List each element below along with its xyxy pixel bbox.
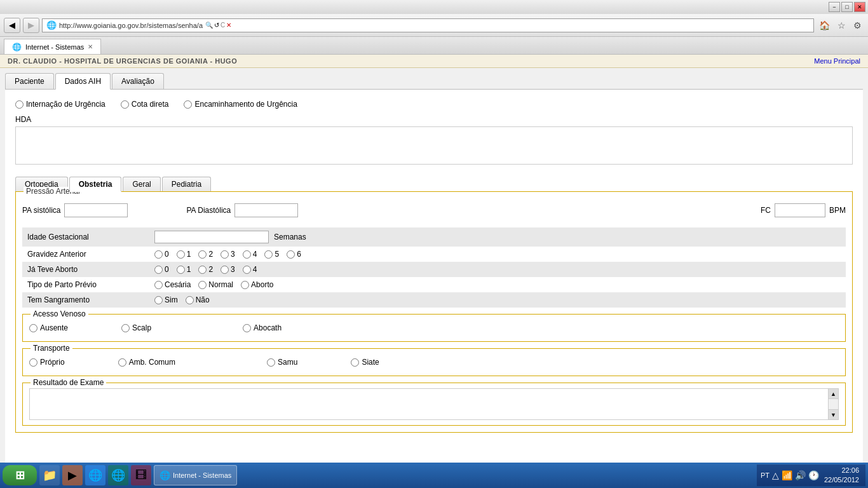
- acesso-ausente[interactable]: Ausente: [29, 323, 68, 332]
- content-area: DR. CLAUDIO - HOSPITAL DE URGENCIAS DE G…: [0, 55, 868, 463]
- taskbar-app-internet[interactable]: 🌐 Internet - Sistemas: [154, 465, 237, 485]
- back-button[interactable]: ◀: [4, 18, 20, 33]
- obstetria-form-table: Idade Gestacional Semanas Gravidez Anter…: [22, 227, 846, 308]
- pa-sistolica-label: PA sistólica: [22, 206, 60, 215]
- tipo-parto-options: Cesária Normal Aborto: [154, 280, 841, 289]
- tab-avaliacao[interactable]: Avaliação: [112, 73, 164, 89]
- transporte-siate[interactable]: Siate: [351, 358, 379, 367]
- acesso-abocath[interactable]: Abocath: [243, 323, 281, 332]
- gravidez-3[interactable]: 3: [220, 250, 235, 259]
- pa-sistolica-field: PA sistólica: [22, 203, 128, 217]
- scroll-up-button[interactable]: ▲: [829, 389, 838, 399]
- table-row: Tem Sangramento Sim Não: [22, 292, 846, 308]
- sub-tab-obstetria[interactable]: Obstetria: [69, 177, 122, 192]
- taskbar-icon-2[interactable]: ▶: [62, 465, 83, 485]
- table-row: Tipo de Parto Prévio Cesária Normal Abor…: [22, 277, 846, 292]
- radio-internacao-urgencia[interactable]: Internação de Urgência: [15, 100, 105, 109]
- minimize-button[interactable]: −: [829, 2, 840, 12]
- pa-diastolica-field: PA Diastólica: [186, 203, 298, 217]
- title-bar: − □ ✕: [0, 0, 868, 14]
- bpm-label: BPM: [829, 206, 846, 215]
- fc-input[interactable]: [775, 203, 825, 217]
- transporte-row: Próprio Amb. Comum Samu Siate: [29, 354, 839, 370]
- transporte-samu[interactable]: Samu: [267, 358, 297, 367]
- radio-internacao-input[interactable]: [15, 100, 24, 109]
- start-button[interactable]: ⊞: [3, 465, 37, 485]
- parto-aborto[interactable]: Aborto: [241, 280, 273, 289]
- tab-close-button[interactable]: ✕: [88, 43, 93, 50]
- aborto-0[interactable]: 0: [154, 265, 169, 274]
- tray-up-icon[interactable]: △: [772, 470, 779, 480]
- sub-tab-pediatria[interactable]: Pediatria: [162, 177, 211, 191]
- aborto-1[interactable]: 1: [177, 265, 191, 274]
- tipo-parto-cell: Cesária Normal Aborto: [149, 277, 846, 292]
- pa-diastolica-label: PA Diastólica: [186, 206, 231, 215]
- sangramento-nao[interactable]: Não: [186, 295, 210, 304]
- home-icon[interactable]: 🏠: [817, 19, 832, 32]
- pa-sistolica-input[interactable]: [64, 203, 128, 217]
- main-tabs: Paciente Dados AIH Avaliação: [0, 68, 868, 89]
- maximize-button[interactable]: □: [841, 2, 853, 12]
- forward-button[interactable]: ▶: [23, 18, 39, 33]
- aborto-3[interactable]: 3: [220, 265, 235, 274]
- sangramento-cell: Sim Não: [149, 292, 846, 308]
- pa-diastolica-input[interactable]: [234, 203, 298, 217]
- parto-cesaria[interactable]: Cesária: [154, 280, 191, 289]
- toolbar-buttons: 🏠 ☆ ⚙: [817, 19, 864, 32]
- idade-gestacional-input[interactable]: [154, 231, 269, 243]
- gravidez-anterior-cell: 0 1 2 3 4 5 6: [149, 247, 846, 262]
- aborto-4[interactable]: 4: [243, 265, 257, 274]
- fc-label: FC: [761, 206, 771, 215]
- gravidez-1[interactable]: 1: [177, 250, 191, 259]
- tray-volume-icon[interactable]: 🔊: [795, 470, 806, 480]
- browser-tab-active[interactable]: 🌐 Internet - Sistemas ✕: [4, 39, 101, 54]
- taskbar-icon-3[interactable]: 🌐: [85, 465, 105, 485]
- table-row: Já Teve Aborto 0 1 2 3 4: [22, 262, 846, 277]
- resultado-exame-textarea[interactable]: [30, 389, 828, 419]
- gravidez-0[interactable]: 0: [154, 250, 169, 259]
- tray-network-icon[interactable]: 📶: [782, 470, 792, 480]
- tray-area: PT △ 📶 🔊 🕐 22:06 22/05/2012: [757, 464, 865, 486]
- address-bar[interactable]: 🌐 http://www.goiania.go.gov.br/sistemas/…: [42, 18, 814, 32]
- radio-encaminhamento[interactable]: Encaminhamento de Urgência: [184, 100, 297, 109]
- table-row: Idade Gestacional Semanas: [22, 227, 846, 247]
- transporte-amb-comum[interactable]: Amb. Comum: [118, 358, 175, 367]
- gravidez-anterior-label: Gravidez Anterior: [22, 247, 149, 262]
- gravidez-anterior-options: 0 1 2 3 4 5 6: [154, 250, 841, 259]
- acesso-venoso-title: Acesso Venoso: [31, 309, 88, 318]
- radio-cota-input[interactable]: [121, 100, 129, 109]
- gravidez-6[interactable]: 6: [287, 250, 301, 259]
- star-icon[interactable]: ☆: [835, 19, 848, 32]
- app-header: DR. CLAUDIO - HOSPITAL DE URGENCIAS DE G…: [0, 55, 868, 68]
- tab-dados-aih[interactable]: Dados AIH: [55, 73, 111, 90]
- hda-textarea[interactable]: [15, 126, 853, 165]
- gravidez-4[interactable]: 4: [243, 250, 257, 259]
- settings-icon[interactable]: ⚙: [851, 19, 864, 32]
- close-button[interactable]: ✕: [854, 2, 865, 12]
- transporte-title: Transporte: [31, 344, 72, 353]
- sangramento-sim[interactable]: Sim: [154, 295, 178, 304]
- taskbar-icon-4[interactable]: 🌐: [108, 465, 128, 485]
- taskbar-icon-5[interactable]: 🎞: [131, 465, 151, 485]
- parto-normal[interactable]: Normal: [198, 280, 233, 289]
- menu-principal-link[interactable]: Menu Principal: [814, 57, 860, 65]
- gravidez-5[interactable]: 5: [264, 250, 279, 259]
- gravidez-2[interactable]: 2: [198, 250, 213, 259]
- radio-encaminhamento-input[interactable]: [184, 100, 192, 109]
- hda-label: HDA: [15, 115, 853, 124]
- taskbar-icon-1[interactable]: 📁: [39, 465, 60, 485]
- semanas-label: Semanas: [274, 233, 306, 241]
- aborto-2[interactable]: 2: [198, 265, 213, 274]
- transporte-proprio[interactable]: Próprio: [29, 358, 65, 367]
- browser-frame: − □ ✕ ◀ ▶ 🌐 http://www.goiania.go.gov.br…: [0, 0, 868, 488]
- scroll-down-button[interactable]: ▼: [829, 409, 838, 419]
- sub-tabs: Ortopedia Obstetria Geral Pediatria: [15, 177, 853, 191]
- tab-paciente[interactable]: Paciente: [5, 73, 54, 89]
- sub-tab-geral[interactable]: Geral: [123, 177, 160, 191]
- tab-favicon: 🌐: [12, 43, 22, 51]
- radio-cota-direta[interactable]: Cota direta: [121, 100, 169, 109]
- clock-time: 22:06: [824, 466, 859, 475]
- tray-clock-icon[interactable]: 🕐: [808, 470, 819, 480]
- acesso-scalp[interactable]: Scalp: [121, 323, 151, 332]
- pressao-arterial-row: PA sistólica PA Diastólica FC BPM: [22, 198, 846, 222]
